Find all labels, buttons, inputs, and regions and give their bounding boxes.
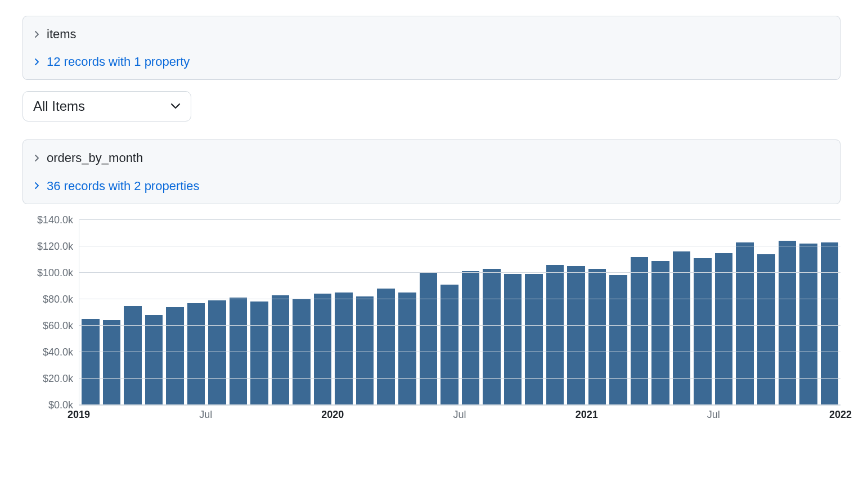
items-title-row[interactable]: items: [33, 24, 830, 44]
chart-y-tick: $40.0k: [43, 346, 73, 358]
items-filter-select[interactable]: All Items: [23, 91, 191, 122]
chart-bar: [631, 257, 649, 405]
chart-y-tick: $120.0k: [37, 240, 73, 252]
chevron-right-icon: [33, 154, 41, 162]
chart-bar: [673, 251, 691, 405]
items-title: items: [47, 24, 77, 44]
chart-bar: [588, 269, 606, 405]
chart-bar: [694, 258, 712, 405]
chart-y-tick: $100.0k: [37, 267, 73, 278]
items-records-link[interactable]: 12 records with 1 property: [47, 52, 190, 71]
chart-gridline: [79, 219, 840, 220]
chart-bar: [103, 320, 121, 404]
filter-row: All Items: [23, 91, 840, 122]
chart-bar: [420, 273, 438, 405]
chart-bar: [462, 271, 480, 404]
chart-x-tick: 2020: [321, 409, 344, 421]
chart-y-axis: $0.0k$20.0k$40.0k$60.0k$80.0k$100.0k$120…: [23, 220, 79, 405]
chart-bar: [483, 269, 501, 405]
chart-bar: [124, 306, 142, 405]
chart-bar: [208, 300, 226, 405]
chart-bar: [736, 242, 754, 405]
orders-title: orders_by_month: [47, 148, 143, 168]
chart-bar: [293, 299, 311, 405]
chart-bar: [715, 253, 733, 405]
chart-x-tick: Jul: [707, 409, 720, 421]
chart-bar: [82, 319, 100, 405]
items-link-row[interactable]: 12 records with 1 property: [33, 52, 830, 71]
chart-y-tick: $80.0k: [43, 293, 73, 305]
chart-bar: [567, 266, 585, 405]
orders-panel: orders_by_month 36 records with 2 proper…: [23, 140, 840, 204]
chart-gridline: [79, 299, 840, 299]
orders-by-month-chart: $0.0k$20.0k$40.0k$60.0k$80.0k$100.0k$120…: [23, 220, 840, 422]
chart-bar: [166, 307, 184, 405]
chart-x-tick: Jul: [453, 409, 466, 421]
chart-bar: [377, 289, 395, 405]
chart-plot-area: [79, 220, 840, 406]
chevron-right-icon: [33, 58, 41, 66]
chart-gridline: [79, 378, 840, 379]
chart-gridline: [79, 404, 840, 405]
chart-bar: [441, 285, 459, 405]
chart-bar: [609, 275, 627, 404]
chart-bar: [821, 242, 839, 405]
chart-bar: [187, 303, 205, 405]
chart-bar: [335, 292, 353, 405]
chart-gridline: [79, 352, 840, 352]
chart-bar: [525, 274, 543, 405]
chart-gridline: [79, 272, 840, 273]
items-panel: items 12 records with 1 property: [23, 16, 840, 80]
chart-x-axis: 2019Jul2020Jul2021Jul2022: [79, 406, 840, 422]
chart-x-tick: 2021: [576, 409, 598, 421]
chart-x-tick: 2019: [68, 409, 90, 421]
chart-bar: [145, 315, 163, 405]
chart-bar: [779, 241, 797, 404]
chart-y-tick: $20.0k: [43, 372, 73, 384]
chart-y-tick: $140.0k: [37, 214, 73, 226]
chart-gridline: [79, 325, 840, 326]
chart-bar: [799, 244, 817, 405]
chart-x-tick: Jul: [199, 409, 212, 421]
orders-records-link[interactable]: 36 records with 2 properties: [47, 176, 199, 196]
items-filter-value: All Items: [33, 98, 85, 114]
chart-bar: [546, 265, 564, 405]
chevron-right-icon: [33, 30, 41, 38]
chart-bar: [398, 292, 416, 405]
orders-title-row[interactable]: orders_by_month: [33, 148, 830, 168]
chart-y-tick: $60.0k: [43, 320, 73, 331]
chart-bar: [757, 254, 775, 405]
chart-bars: [79, 220, 840, 405]
chart-bar: [314, 294, 332, 404]
chart-x-tick: 2022: [829, 409, 852, 421]
chevron-down-icon: [170, 103, 181, 110]
orders-link-row[interactable]: 36 records with 2 properties: [33, 176, 830, 196]
chart-bar: [272, 295, 290, 405]
chart-gridline: [79, 246, 840, 246]
chart-bar: [356, 296, 374, 405]
chart-bar: [651, 261, 669, 405]
chart-bar: [250, 302, 268, 404]
chevron-right-icon: [33, 182, 41, 190]
chart-bar: [504, 274, 522, 405]
